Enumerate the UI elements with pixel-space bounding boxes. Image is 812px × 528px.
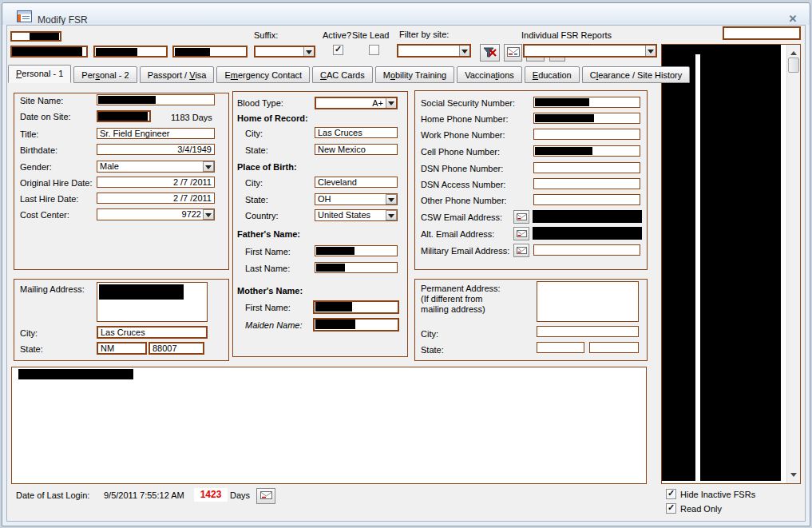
redacted-list-header <box>662 45 781 54</box>
read-only-checkbox[interactable]: ✓ <box>666 503 676 514</box>
fathers-name-header: Father's Name: <box>237 229 300 239</box>
other-phone-field[interactable] <box>533 194 640 205</box>
chevron-down-icon[interactable] <box>303 46 315 57</box>
chevron-down-icon[interactable] <box>203 161 214 172</box>
last-name-field[interactable] <box>10 46 88 58</box>
dsn-phone-field[interactable] <box>533 162 640 173</box>
permanent-state-field[interactable] <box>537 342 584 353</box>
tab-cac-cards[interactable]: CAC Cards <box>312 66 373 83</box>
tab-clearance-site-history[interactable]: Clearance / Site History <box>582 66 691 83</box>
permanent-address-textarea[interactable] <box>537 281 639 322</box>
site-lead-checkbox[interactable]: ✓ <box>369 45 379 55</box>
tab-mobility-training[interactable]: Mobility Training <box>375 66 455 83</box>
hor-state-label: State: <box>245 145 268 155</box>
father-last-name-field[interactable] <box>315 262 398 273</box>
mothers-name-header: Mother's Name: <box>237 286 303 296</box>
tab-vaccinations[interactable]: Vaccinations <box>457 66 522 83</box>
site-lead-label: Site Lead <box>352 30 389 40</box>
birthdate-label: Birthdate: <box>20 145 57 155</box>
remove-filter-button[interactable] <box>480 44 500 62</box>
scroll-up-icon[interactable] <box>790 48 797 55</box>
last-hire-date-field[interactable]: 2 /7 /2011 <box>97 193 215 204</box>
mailing-address-textarea[interactable] <box>97 282 208 322</box>
cost-center-combo[interactable]: 9722 <box>97 208 215 220</box>
chevron-down-icon[interactable] <box>203 209 214 220</box>
chevron-down-icon[interactable] <box>386 194 397 204</box>
tab-personal-2[interactable]: Personal - 2 <box>73 66 137 83</box>
site-name-label: Site Name: <box>20 96 63 105</box>
csw-email-button[interactable] <box>513 210 529 224</box>
pob-country-combo[interactable]: United States <box>315 209 398 221</box>
permanent-address-label-3: mailing address) <box>421 304 485 314</box>
mailing-state-field[interactable]: NM <box>97 342 147 355</box>
pob-city-field[interactable]: Cleveland <box>315 177 398 188</box>
work-phone-label: Work Phone Number: <box>421 130 505 140</box>
redacted-list-column <box>700 54 781 481</box>
hor-city-field[interactable]: Las Cruces <box>315 127 398 138</box>
hide-inactive-checkbox[interactable]: ✓ <box>666 489 676 499</box>
home-phone-field[interactable] <box>533 113 640 124</box>
hide-inactive-label: Hide Inactive FSRs <box>680 490 755 499</box>
mother-first-name-field[interactable] <box>313 300 399 314</box>
date-on-site-field[interactable] <box>97 110 151 122</box>
redacted-list-column <box>662 54 695 481</box>
tab-education[interactable]: Education <box>525 66 580 83</box>
blood-type-combo[interactable]: A+ <box>315 97 398 109</box>
original-hire-date-field[interactable]: 2 /7 /2011 <box>97 177 215 188</box>
maiden-name-field[interactable] <box>313 318 399 331</box>
tab-emergency-contact[interactable]: Emergency Contact <box>216 66 310 83</box>
work-phone-field[interactable] <box>533 129 640 140</box>
middle-name-field[interactable] <box>172 46 248 58</box>
list-scrollbar[interactable] <box>786 45 800 483</box>
permanent-city-field[interactable] <box>537 326 639 337</box>
email-button[interactable] <box>504 44 522 62</box>
military-email-field[interactable] <box>533 244 640 256</box>
notes-textarea[interactable] <box>11 367 647 484</box>
first-name-field[interactable] <box>93 46 168 58</box>
permanent-zip-field[interactable] <box>589 342 639 353</box>
cell-phone-label: Cell Phone Number: <box>421 147 500 157</box>
active-checkbox[interactable]: ✓ <box>333 45 343 55</box>
envelope-icon <box>517 212 527 222</box>
record-id-field[interactable] <box>10 31 61 42</box>
pob-country-label: Country: <box>245 211 279 220</box>
scroll-down-icon[interactable] <box>790 473 797 480</box>
filter-by-site-combo[interactable] <box>397 44 471 58</box>
tab-personal-1[interactable]: Personal - 1 <box>8 65 71 83</box>
close-icon[interactable]: ✕ <box>786 13 800 26</box>
chevron-down-icon[interactable] <box>386 210 397 220</box>
military-email-button[interactable] <box>513 244 529 257</box>
last-login-value: 9/5/2011 7:55:12 AM <box>104 490 184 500</box>
scrollbar-thumb[interactable] <box>788 58 799 73</box>
cell-phone-field[interactable] <box>533 145 640 157</box>
alt-email-button[interactable] <box>513 227 529 240</box>
permanent-address-label-2: (If different from <box>421 294 482 304</box>
top-right-field[interactable] <box>723 26 801 40</box>
redacted-value <box>533 210 642 223</box>
permanent-city-label: City: <box>421 329 438 339</box>
hor-state-field[interactable]: New Mexico <box>315 144 398 155</box>
mailing-city-field[interactable]: Las Cruces <box>97 326 208 339</box>
chevron-down-icon[interactable] <box>386 97 397 109</box>
chevron-down-icon[interactable] <box>459 45 470 57</box>
gender-combo[interactable]: Male <box>97 161 215 173</box>
active-label: Active? <box>323 30 351 40</box>
mailing-city-label: City: <box>20 328 38 338</box>
individual-fsr-reports-combo[interactable] <box>523 44 657 58</box>
pob-state-combo[interactable]: OH <box>315 193 398 205</box>
filter-by-site-label: Filter by site: <box>399 30 449 39</box>
original-hire-date-label: Original Hire Date: <box>20 178 92 188</box>
site-name-field[interactable] <box>97 94 215 105</box>
envelope-icon <box>517 246 527 256</box>
mailing-zip-field[interactable]: 88007 <box>149 342 204 355</box>
ssn-field[interactable] <box>533 97 640 108</box>
dsn-access-field[interactable] <box>533 178 640 189</box>
tab-passport-visa[interactable]: Passport / Visa <box>140 66 215 83</box>
suffix-combo[interactable] <box>254 46 315 58</box>
login-report-button[interactable] <box>256 488 275 504</box>
chevron-down-icon[interactable] <box>645 45 656 57</box>
birthdate-field[interactable]: 3/4/1949 <box>97 144 215 155</box>
title-field[interactable]: Sr. Field Engineer <box>97 128 215 139</box>
father-first-name-field[interactable] <box>315 245 398 256</box>
cost-center-label: Cost Center: <box>20 210 69 220</box>
